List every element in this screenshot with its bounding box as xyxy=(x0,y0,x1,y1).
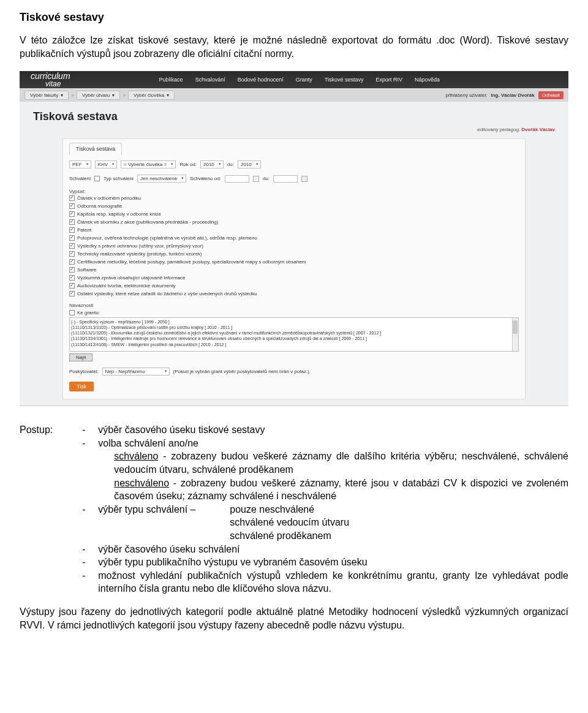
grant-list-item[interactable]: (11110/1321/3205) - Ekonomika zdrojů čes… xyxy=(71,330,517,336)
logout-button[interactable]: Odhlásit xyxy=(538,91,564,99)
nav-tab-schvalovani[interactable]: Schvalování xyxy=(189,72,232,88)
page-title: Tiskové sestavy xyxy=(20,11,568,24)
postup-list: výběr časového úseku tiskové sestavy vol… xyxy=(60,423,568,595)
tisk-button[interactable]: Tisk xyxy=(69,382,94,391)
logo-line2: vitae xyxy=(31,80,70,88)
checklist-checkbox[interactable] xyxy=(69,227,75,233)
checklist-checkbox[interactable] xyxy=(69,251,75,257)
grant-list-item[interactable]: (-) - Specifický výzkum - nepřiřazeno [ … xyxy=(71,319,517,325)
calendar-icon[interactable] xyxy=(253,176,259,182)
checklist-item: Ostatní výsledky, které nelze zařadit do… xyxy=(69,291,519,296)
checklist-item: Odborná monografie xyxy=(69,203,519,209)
checklist-item: Kapitola resp. kapitoly v odborné knize xyxy=(69,211,519,217)
checklist-item: Technicky realizované výsledky (prototyp… xyxy=(69,251,519,257)
checklist-label: Technicky realizované výsledky (prototyp… xyxy=(77,251,202,257)
rok-do-label: do: xyxy=(227,162,234,167)
year-from-select[interactable]: 2010 xyxy=(200,160,224,168)
checklist-checkbox[interactable] xyxy=(69,243,75,249)
postup-subtext: - zobrazeny budou veškeré záznamy, které… xyxy=(114,478,568,502)
schvaleni-checkbox[interactable] xyxy=(94,176,100,181)
checklist-label: Ostatní výsledky, které nelze zařadit do… xyxy=(77,291,257,296)
typ-select[interactable]: Jen neschválené xyxy=(137,175,186,183)
ke-grantu-label: Ke grantu: xyxy=(77,310,100,315)
chevron-down-icon: ▾ xyxy=(112,92,115,98)
calendar-icon[interactable] xyxy=(301,176,307,182)
provider-row: Poskytovatel: Nep - Nepřiřazeno (Pokud j… xyxy=(69,368,519,375)
footer-paragraph: Výstupy jsou řazeny do jednotlivých kate… xyxy=(20,605,568,632)
breadcrumb-faculty[interactable]: Výběr fakulty▾ xyxy=(24,91,69,100)
poskytovatel-label: Poskytovatel: xyxy=(69,369,99,374)
app-logo: curriculum vitae xyxy=(20,72,81,88)
underlined-term: schváleno xyxy=(114,451,158,461)
checklist-checkbox[interactable] xyxy=(69,283,75,289)
checklist-label: Odborná monografie xyxy=(77,203,122,209)
checklist-checkbox[interactable] xyxy=(69,259,75,265)
postup-item-text: výběr typu schválení – xyxy=(98,504,195,515)
screenshot-heading: Tisková sestava xyxy=(20,102,568,126)
checklist-checkbox[interactable] xyxy=(69,267,75,273)
chevron-down-icon: ▾ xyxy=(167,92,169,98)
najit-button[interactable]: Najít xyxy=(69,353,92,361)
postup-subitem: neschváleno - zobrazeny budou veškeré zá… xyxy=(98,477,568,503)
checklist-checkbox[interactable] xyxy=(69,291,75,296)
scrollbar-track[interactable] xyxy=(512,318,518,351)
filter-row-1: PEF KHV = Vyberte člověka = Rok od: 2010… xyxy=(69,160,519,168)
rok-od-label: Rok od: xyxy=(179,162,197,167)
checklist-checkbox[interactable] xyxy=(69,275,75,281)
postup-option: pouze neschválené xyxy=(230,503,314,516)
checklist-label: Poloprovoz, ověřená technologie (uplatně… xyxy=(77,235,257,241)
checklist-label: Výzkumná zpráva obsahující utajované inf… xyxy=(77,275,186,281)
nav-tab-granty[interactable]: Granty xyxy=(290,72,318,88)
postup-item: možnost vyhledání publikačních výstupů v… xyxy=(82,569,568,595)
grant-list-item[interactable]: (11110/1313/3103) - Optimalizace pěstová… xyxy=(71,325,517,330)
postup-subtext: - zobrazeny budou veškeré záznamy dle da… xyxy=(114,451,568,475)
nav-tab-napoveda[interactable]: Nápověda xyxy=(409,72,446,88)
grant-listbox[interactable]: (-) - Specifický výzkum - nepřiřazeno [ … xyxy=(69,317,519,352)
schvaleno-od-label: Schváleno od: xyxy=(190,176,221,181)
checklist-checkbox[interactable] xyxy=(69,219,75,225)
nav-tab-tiskove[interactable]: Tiskové sestavy xyxy=(318,72,370,88)
scrollbar-thumb[interactable] xyxy=(513,320,518,334)
form-panel: Tisková sestava PEF KHV = Vyberte člověk… xyxy=(62,138,526,399)
checklist-checkbox[interactable] xyxy=(69,203,75,209)
unit-select[interactable]: KHV xyxy=(95,160,117,168)
grant-list-item[interactable]: (11130/1334/3301) - Inteligentní nástroj… xyxy=(71,336,517,341)
breadcrumb-divider: > xyxy=(71,92,74,98)
nav-tab-export[interactable]: Export RIV xyxy=(369,72,409,88)
nav-tab-publikace[interactable]: Publikace xyxy=(153,72,189,88)
breadcrumb-person[interactable]: Výběr člověka▾ xyxy=(128,91,175,100)
panel-tab[interactable]: Tisková sestava xyxy=(69,143,122,155)
vypsat-label: Vypsat: xyxy=(69,189,519,194)
checklist-checkbox[interactable] xyxy=(69,211,75,217)
nav-tab-bodove[interactable]: Bodové hodnocení xyxy=(232,72,290,88)
do-label: do: xyxy=(263,176,270,181)
breadcrumb-unit[interactable]: Výběr útvaru▾ xyxy=(77,91,120,100)
checklist-item: Článek v odborném periodiku xyxy=(69,195,519,201)
checklist-label: Výsledky s právní ochranou (užitný vzor,… xyxy=(77,243,203,249)
checklist-item: Certifikované metodiky, léčebné postupy,… xyxy=(69,259,519,265)
checklist-checkbox[interactable] xyxy=(69,235,75,241)
editor-name: Dvořák Václav xyxy=(521,127,555,132)
postup-section: Postup: výběr časového úseku tiskové ses… xyxy=(20,423,568,595)
person-select[interactable]: = Vyberte člověka = xyxy=(121,160,176,168)
date-to-input[interactable] xyxy=(273,175,298,183)
postup-item: výběr typu schválení – pouze neschválené… xyxy=(82,503,568,543)
checklist-label: Certifikované metodiky, léčebné postupy,… xyxy=(77,259,306,265)
checklist-item: Software xyxy=(69,267,519,273)
checklist-item: Výsledky s právní ochranou (užitný vzor,… xyxy=(69,243,519,249)
postup-label: Postup: xyxy=(20,423,53,595)
date-from-input[interactable] xyxy=(225,175,249,183)
grant-list-item[interactable]: (11130/1412/4108) - SMEW - Inteligentní … xyxy=(71,342,517,347)
year-to-select[interactable]: 2010 xyxy=(238,160,261,168)
checklist-item: Audiovizuální tvorba, elektronické dokum… xyxy=(69,283,519,289)
chevron-down-icon: ▾ xyxy=(61,92,63,98)
navaznosti-label: Návaznosti xyxy=(69,303,519,308)
poskytovatel-select[interactable]: Nep - Nepřiřazeno xyxy=(102,368,170,375)
user-name: Ing. Václav Dvořák xyxy=(491,92,534,98)
faculty-select[interactable]: PEF xyxy=(69,160,91,168)
ke-grantu-checkbox[interactable] xyxy=(69,310,75,315)
underlined-term: neschváleno xyxy=(114,478,169,488)
postup-option: schválené vedoucím útvaru xyxy=(230,516,349,529)
typ-label: Typ schválení xyxy=(104,176,134,181)
checklist-checkbox[interactable] xyxy=(69,195,75,201)
